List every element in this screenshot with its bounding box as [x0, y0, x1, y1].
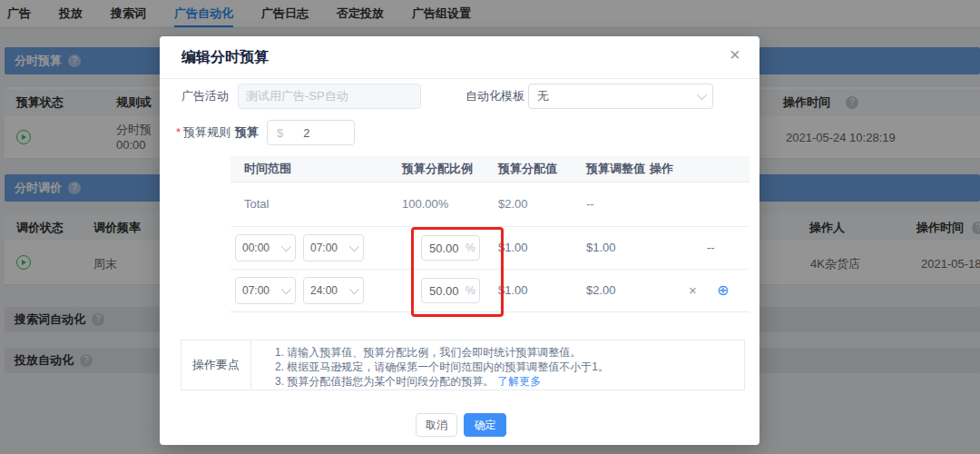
- close-icon[interactable]: ×: [730, 44, 740, 65]
- action-placeholder: --: [707, 227, 715, 269]
- cancel-button[interactable]: 取消: [416, 413, 457, 437]
- col-allocation-value: 预算分配值: [498, 156, 557, 182]
- table-total-row: Total 100.00% $2.00 --: [230, 183, 750, 227]
- budget-rule-label: 预算规则: [183, 120, 230, 145]
- learn-more-link[interactable]: 了解更多: [497, 375, 541, 388]
- adjust-value: $1.00: [586, 227, 616, 269]
- add-row-icon[interactable]: ⊕: [717, 270, 729, 311]
- tip-line-text: 3. 预算分配值指您为某个时间段分配的预算。: [275, 375, 494, 388]
- ratio-input[interactable]: [422, 284, 466, 298]
- adjust-value: $2.00: [586, 270, 616, 311]
- tips-box: 操作要点 1. 请输入预算值、预算分配比例，我们会即时统计预算调整值。 2. 根…: [181, 340, 745, 390]
- percent-unit: %: [466, 242, 475, 254]
- percent-unit: %: [466, 284, 475, 297]
- divider: [160, 78, 760, 79]
- end-time-value: 24:00: [310, 284, 338, 297]
- confirm-button[interactable]: 确定: [464, 413, 506, 437]
- start-time-select[interactable]: 00:00: [235, 234, 296, 262]
- end-time-value: 07:00: [310, 242, 338, 254]
- tips-content: 1. 请输入预算值、预算分配比例，我们会即时统计预算调整值。 2. 根据亚马逊规…: [251, 340, 609, 390]
- end-time-select[interactable]: 07:00: [303, 234, 364, 262]
- chevron-down-icon: [281, 242, 291, 252]
- template-select-value: 无: [537, 88, 549, 104]
- budget-allocation-table: 时间范围 预算分配比例 预算分配值 预算调整值 操作 Total 100.00%…: [230, 156, 750, 312]
- chevron-down-icon: [697, 90, 707, 100]
- currency-symbol: $: [277, 126, 283, 140]
- tips-label: 操作要点: [181, 340, 251, 390]
- col-time-range: 时间范围: [244, 156, 291, 182]
- alloc-value: $1.00: [498, 270, 528, 311]
- start-time-value: 07:00: [242, 284, 270, 297]
- ratio-input-group: %: [421, 235, 480, 261]
- end-time-select[interactable]: 24:00: [303, 277, 364, 304]
- table-row: 00:00 07:00 % $1.00 $1.00 --: [230, 227, 750, 270]
- chevron-down-icon: [349, 284, 359, 294]
- campaign-input[interactable]: [238, 84, 421, 109]
- ratio-input[interactable]: [422, 242, 466, 255]
- app-root: 广告 投放 搜索词 广告自动化 广告日志 否定投放 广告组设置 分时预算 ? 预…: [0, 0, 980, 454]
- tip-line: 2. 根据亚马逊规定，请确保第一个时间范围内的预算调整值不小于1。: [275, 360, 609, 374]
- tip-line: 3. 预算分配值指您为某个时间段分配的预算。了解更多: [275, 374, 609, 389]
- chevron-down-icon: [349, 242, 359, 252]
- total-label: Total: [244, 183, 269, 226]
- budget-input[interactable]: [303, 126, 339, 140]
- col-allocation-ratio: 预算分配比例: [402, 156, 473, 182]
- template-select[interactable]: 无: [528, 84, 713, 109]
- col-adjust-value: 预算调整值: [586, 156, 645, 182]
- tip-line: 1. 请输入预算值、预算分配比例，我们会即时统计预算调整值。: [275, 345, 609, 360]
- chevron-down-icon: [281, 284, 291, 294]
- start-time-value: 00:00: [242, 242, 270, 254]
- total-alloc: $2.00: [498, 183, 528, 226]
- campaign-label: 广告活动: [181, 84, 229, 109]
- total-ratio: 100.00%: [402, 183, 448, 226]
- budget-label: 预算: [235, 120, 259, 145]
- alloc-value: $1.00: [498, 227, 528, 269]
- table-row: 07:00 24:00 % $1.00 $2.00 × ⊕: [230, 270, 750, 312]
- col-actions: 操作: [650, 156, 673, 182]
- table-header-row: 时间范围 预算分配比例 预算分配值 预算调整值 操作: [230, 156, 750, 183]
- remove-row-icon[interactable]: ×: [689, 270, 697, 311]
- start-time-select[interactable]: 07:00: [235, 277, 296, 304]
- total-adjust: --: [586, 183, 594, 226]
- ratio-input-group: %: [421, 278, 480, 303]
- edit-hourly-budget-modal: 编辑分时预算 × 广告活动 自动化模板 无 * 预算规则 预算 $ 时间范围 预…: [160, 36, 760, 445]
- required-asterisk: *: [176, 120, 181, 145]
- template-label: 自动化模板: [466, 84, 524, 109]
- modal-title: 编辑分时预算: [181, 48, 269, 67]
- budget-input-group: $: [267, 120, 355, 145]
